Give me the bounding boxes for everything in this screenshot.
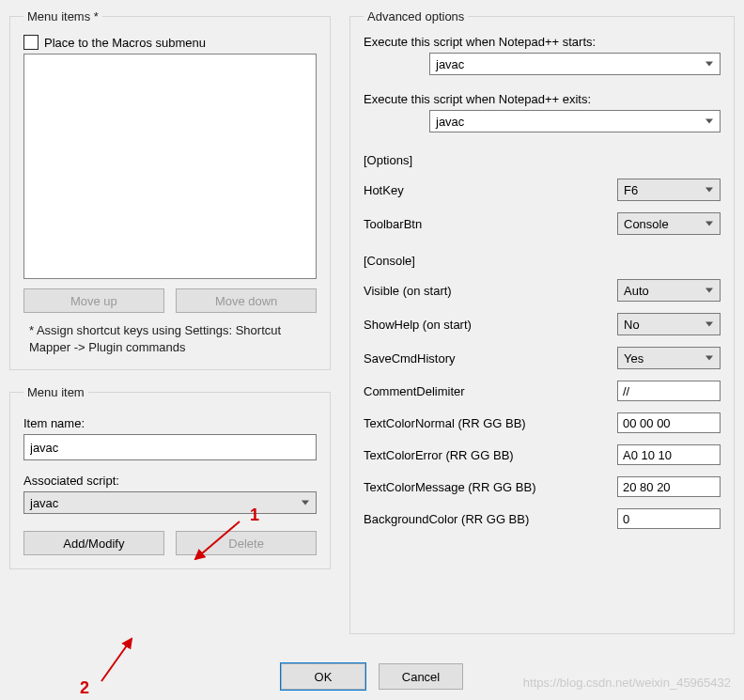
chevron-down-icon bbox=[302, 501, 309, 506]
menu-item-legend: Menu item bbox=[23, 385, 88, 399]
chevron-down-icon bbox=[705, 188, 713, 193]
savecmd-value: Yes bbox=[624, 351, 643, 366]
menu-items-legend: Menu items * bbox=[23, 9, 102, 23]
exec-exit-label: Execute this script when Notepad++ exits… bbox=[364, 92, 721, 106]
texterror-label: TextColorError (RR GG BB) bbox=[364, 448, 514, 462]
savecmd-label: SaveCmdHistory bbox=[364, 351, 456, 366]
chevron-down-icon bbox=[705, 356, 713, 361]
shortcut-hint: * Assign shortcut keys using Settings: S… bbox=[29, 322, 313, 356]
savecmd-select[interactable]: Yes bbox=[617, 347, 721, 369]
exec-start-label: Execute this script when Notepad++ start… bbox=[364, 35, 721, 49]
menu-item-group: Menu item Item name: Associated script: … bbox=[9, 385, 331, 569]
visible-value: Auto bbox=[624, 284, 649, 298]
associated-script-value: javac bbox=[30, 496, 58, 510]
cancel-button[interactable]: Cancel bbox=[379, 663, 463, 690]
chevron-down-icon bbox=[705, 119, 713, 124]
advanced-options-group: Advanced options Execute this script whe… bbox=[349, 9, 735, 634]
exec-exit-value: javac bbox=[436, 115, 464, 129]
hotkey-value: F6 bbox=[624, 183, 638, 197]
textmsg-label: TextColorMessage (RR GG BB) bbox=[364, 480, 536, 494]
item-name-label: Item name: bbox=[23, 416, 317, 430]
textnormal-input[interactable] bbox=[617, 412, 721, 433]
showhelp-value: No bbox=[624, 318, 640, 332]
add-modify-button[interactable]: Add/Modify bbox=[23, 531, 164, 555]
macros-submenu-checkbox[interactable] bbox=[23, 35, 39, 50]
menu-items-group: Menu items * Place to the Macros submenu… bbox=[9, 9, 331, 370]
delete-button[interactable]: Delete bbox=[176, 531, 317, 555]
chevron-down-icon bbox=[705, 62, 713, 67]
annotation-1: 1 bbox=[250, 506, 259, 525]
textmsg-input[interactable] bbox=[617, 476, 721, 497]
bgcolor-label: BackgroundColor (RR GG BB) bbox=[364, 512, 529, 526]
exec-start-value: javac bbox=[436, 57, 464, 71]
toolbar-label: ToolbarBtn bbox=[364, 217, 422, 231]
console-section-label: [Console] bbox=[364, 254, 721, 268]
commentdelim-input[interactable] bbox=[617, 381, 721, 401]
hotkey-select[interactable]: F6 bbox=[617, 179, 721, 201]
visible-label: Visible (on start) bbox=[364, 284, 452, 298]
toolbar-value: Console bbox=[624, 217, 669, 231]
commentdelim-label: CommentDelimiter bbox=[364, 384, 465, 398]
ok-button[interactable]: OK bbox=[281, 663, 365, 690]
associated-script-select[interactable]: javac bbox=[23, 491, 317, 514]
options-section-label: [Options] bbox=[364, 153, 721, 167]
macros-submenu-label: Place to the Macros submenu bbox=[44, 36, 206, 50]
exec-exit-select[interactable]: javac bbox=[429, 110, 721, 132]
move-down-button[interactable]: Move down bbox=[176, 288, 317, 313]
associated-script-label: Associated script: bbox=[23, 474, 317, 488]
chevron-down-icon bbox=[705, 322, 713, 327]
textnormal-label: TextColorNormal (RR GG BB) bbox=[364, 416, 526, 430]
advanced-legend: Advanced options bbox=[364, 9, 468, 23]
item-name-input[interactable] bbox=[23, 434, 317, 460]
texterror-input[interactable] bbox=[617, 444, 721, 465]
menu-items-list[interactable] bbox=[23, 54, 317, 279]
toolbar-select[interactable]: Console bbox=[617, 212, 721, 235]
bgcolor-input[interactable] bbox=[617, 508, 721, 529]
chevron-down-icon bbox=[705, 288, 713, 293]
showhelp-label: ShowHelp (on start) bbox=[364, 318, 472, 332]
visible-select[interactable]: Auto bbox=[617, 279, 721, 302]
chevron-down-icon bbox=[705, 222, 713, 226]
hotkey-label: HotKey bbox=[364, 183, 404, 197]
move-up-button[interactable]: Move up bbox=[23, 288, 164, 313]
showhelp-select[interactable]: No bbox=[617, 313, 721, 335]
exec-start-select[interactable]: javac bbox=[429, 53, 721, 75]
